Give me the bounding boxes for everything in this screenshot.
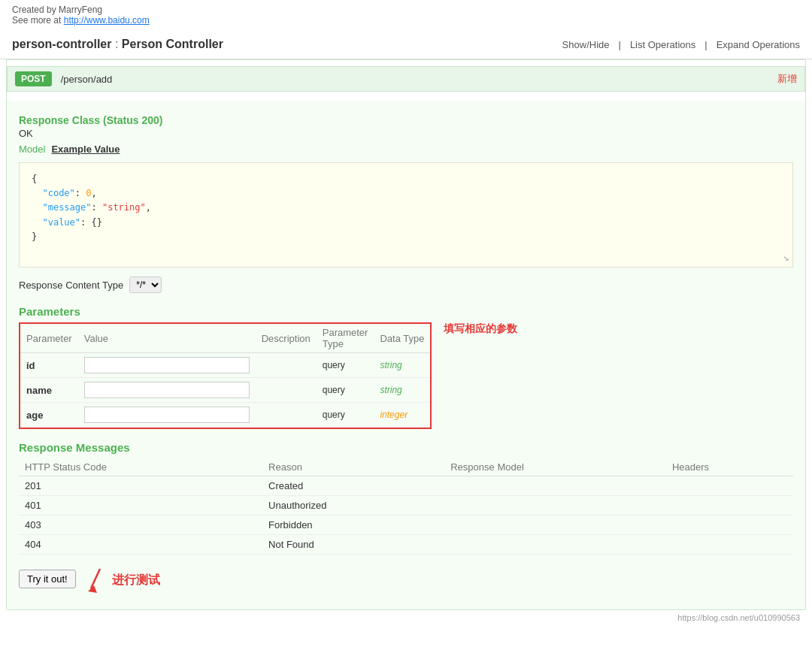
response-content-type-row: Response Content Type */* — [19, 277, 793, 293]
test-label: 进行测试 — [112, 573, 160, 588]
parameters-section: Parameters Parameter Value Description P… — [19, 305, 793, 429]
separator: : — [111, 38, 121, 50]
example-value-tab[interactable]: Example Value — [51, 144, 120, 155]
status-404: 404 — [19, 535, 262, 555]
param-type-name: query — [317, 378, 374, 403]
col-headers: Headers — [666, 458, 793, 476]
param-name-id: id — [20, 353, 78, 378]
code-line-3: "message": "string", — [32, 201, 780, 215]
params-table-wrapper: Parameter Value Description ParameterTyp… — [19, 322, 432, 429]
headers-401 — [666, 496, 793, 515]
watermark-text: https://blog.csdn.net/u010990563 — [677, 613, 800, 622]
col-reason: Reason — [262, 458, 444, 476]
headers-403 — [666, 515, 793, 535]
param-datatype-age: integer — [374, 403, 430, 428]
reason-created: Created — [262, 476, 444, 496]
controller-section: POST /person/add 新增 Response Class (Stat… — [6, 59, 806, 610]
col-response-model: Response Model — [444, 458, 666, 476]
method-badge: POST — [15, 71, 52, 86]
response-ok: OK — [19, 128, 793, 139]
reason-unauthorized: Unauthorized — [262, 496, 444, 515]
headers-201 — [666, 476, 793, 496]
headers-404 — [666, 535, 793, 555]
model-tabs: Model Example Value — [19, 144, 793, 155]
code-block: { "code": 0, "message": "string", "value… — [19, 162, 793, 268]
controller-name: person-controller — [12, 38, 111, 50]
response-messages-title: Response Messages — [19, 441, 793, 454]
param-datatype-name: string — [374, 378, 430, 403]
expand-operations-link[interactable]: Expand Operations — [717, 39, 800, 50]
param-desc-id — [256, 353, 317, 378]
response-messages-section: Response Messages HTTP Status Code Reaso… — [19, 441, 793, 555]
col-data-type: Data Type — [374, 324, 430, 353]
param-type-age: query — [317, 403, 374, 428]
model-403 — [444, 515, 666, 535]
status-403: 403 — [19, 515, 262, 535]
param-desc-age — [256, 403, 317, 428]
col-parameter-type: ParameterType — [317, 324, 374, 353]
table-row: name query string — [20, 378, 430, 403]
new-label: 新增 — [777, 72, 797, 86]
param-input-age[interactable] — [84, 407, 250, 423]
param-desc-name — [256, 378, 317, 403]
try-it-row: Try it out! 进行测试 — [19, 564, 793, 597]
col-http-status: HTTP Status Code — [19, 458, 262, 476]
col-description: Description — [256, 324, 317, 353]
response-class: Response Class (Status 200) OK Model Exa… — [19, 108, 793, 162]
param-value-name — [78, 378, 256, 403]
show-hide-link[interactable]: Show/Hide — [562, 39, 610, 50]
model-404 — [444, 535, 666, 555]
response-class-title: Response Class (Status 200) — [19, 114, 793, 126]
table-row: 403 Forbidden — [19, 515, 793, 535]
baidu-link[interactable]: http://www.baidu.com — [64, 15, 150, 26]
param-input-id[interactable] — [84, 357, 250, 373]
params-header-row: Parameter Value Description ParameterTyp… — [20, 324, 430, 353]
fill-annotation: 填写相应的参数 — [444, 322, 517, 336]
controller-header: person-controller : Person Controller Sh… — [0, 30, 812, 59]
status-401: 401 — [19, 496, 262, 515]
col-value: Value — [78, 324, 256, 353]
endpoint-path: /person/add — [61, 74, 777, 85]
code-line-4: "value": {} — [32, 216, 780, 230]
arrow-icon — [85, 567, 108, 594]
param-datatype-id: string — [374, 353, 430, 378]
reason-not-found: Not Found — [262, 535, 444, 555]
model-201 — [444, 476, 666, 496]
response-content-type-label: Response Content Type — [19, 280, 123, 291]
controller-actions: Show/Hide | List Operations | Expand Ope… — [562, 39, 800, 50]
endpoint-row: POST /person/add 新增 — [7, 66, 805, 92]
watermark: https://blog.csdn.net/u010990563 — [0, 610, 812, 625]
params-area: Parameter Value Description ParameterTyp… — [19, 322, 793, 429]
table-row: age query integer — [20, 403, 430, 428]
param-input-name[interactable] — [84, 382, 250, 398]
try-it-out-button[interactable]: Try it out! — [19, 570, 76, 588]
status-201: 201 — [19, 476, 262, 496]
code-line-5: } — [32, 230, 780, 244]
list-operations-link[interactable]: List Operations — [630, 39, 695, 50]
param-value-id — [78, 353, 256, 378]
svg-line-0 — [91, 569, 100, 588]
created-by: Created by MarryFeng — [12, 5, 102, 15]
param-name-name: name — [20, 378, 78, 403]
col-parameter: Parameter — [20, 324, 78, 353]
test-annotation: 进行测试 — [85, 567, 160, 594]
table-row: id query string — [20, 353, 430, 378]
response-content-type-select[interactable]: */* — [129, 277, 162, 293]
resize-handle[interactable]: ↘ — [783, 249, 789, 265]
param-value-age — [78, 403, 256, 428]
response-messages-table: HTTP Status Code Reason Response Model H… — [19, 458, 793, 555]
code-line-1: { — [32, 172, 780, 186]
model-tab[interactable]: Model — [19, 144, 45, 155]
see-more-label: See more at — [12, 15, 64, 26]
params-table: Parameter Value Description ParameterTyp… — [20, 324, 430, 428]
parameters-title: Parameters — [19, 305, 793, 318]
top-bar: Created by MarryFeng See more at http://… — [0, 0, 812, 30]
table-row: 201 Created — [19, 476, 793, 496]
reason-forbidden: Forbidden — [262, 515, 444, 535]
controller-label: Person Controller — [122, 38, 223, 50]
code-line-2: "code": 0, — [32, 186, 780, 201]
response-msg-header: HTTP Status Code Reason Response Model H… — [19, 458, 793, 476]
table-row: 401 Unauthorized — [19, 496, 793, 515]
model-401 — [444, 496, 666, 515]
controller-title: person-controller : Person Controller — [12, 38, 223, 51]
